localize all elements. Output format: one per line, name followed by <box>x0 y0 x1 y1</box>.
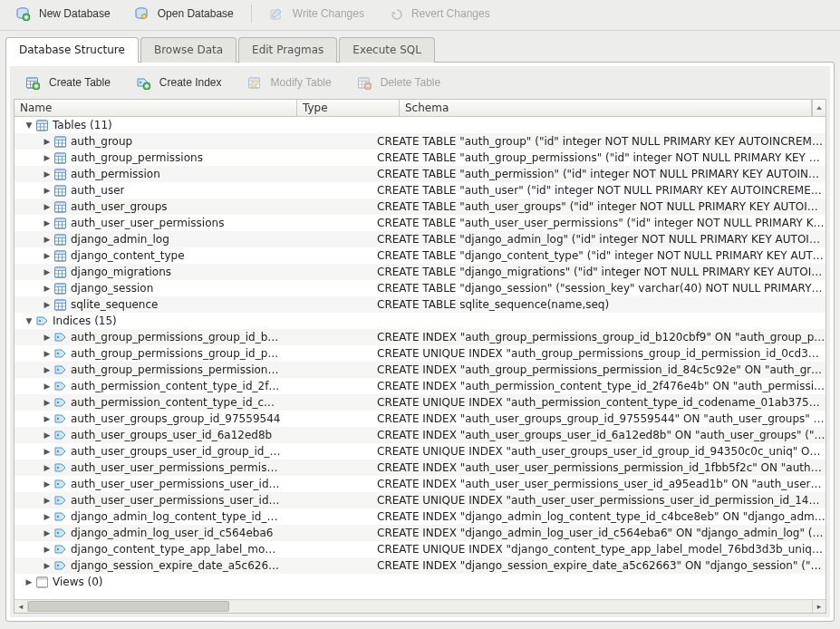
tree-item-row[interactable]: ▶ auth_user CREATE TABLE "auth_user" ("i… <box>14 182 826 198</box>
chevron-right-icon[interactable]: ▶ <box>42 300 53 309</box>
table-icon <box>53 135 67 148</box>
item-name: django_admin_log <box>71 233 169 246</box>
chevron-right-icon[interactable]: ▶ <box>42 496 53 505</box>
chevron-right-icon[interactable]: ▶ <box>42 479 53 489</box>
chevron-right-icon[interactable]: ▶ <box>42 235 53 244</box>
chevron-right-icon[interactable]: ▶ <box>42 218 53 227</box>
chevron-right-icon[interactable]: ▶ <box>42 267 53 276</box>
open-database-button[interactable]: Open Database <box>124 3 244 24</box>
chevron-right-icon[interactable]: ▶ <box>42 333 53 342</box>
chevron-right-icon[interactable]: ▶ <box>42 365 53 374</box>
tree-item-row[interactable]: ▶ auth_user_groups CREATE TABLE "auth_us… <box>14 198 826 215</box>
tree-item-row[interactable]: ▶ django_session CREATE TABLE "django_se… <box>14 280 826 296</box>
tree-item-row[interactable]: ▶ auth_group CREATE TABLE "auth_group" (… <box>14 133 826 150</box>
tree-item-row[interactable]: ▶ auth_user_user_permissions_user_id… CR… <box>14 492 826 508</box>
tree-item-row[interactable]: ▶ django_admin_log_content_type_id_… CRE… <box>14 508 826 525</box>
scroll-right-icon[interactable]: ▸ <box>812 600 826 613</box>
tree-item-row[interactable]: ▶ auth_user_groups_user_id_6a12ed8b CREA… <box>14 427 826 443</box>
chevron-right-icon[interactable]: ▶ <box>42 382 53 391</box>
tab-execute-sql[interactable]: Execute SQL <box>339 37 435 63</box>
tree-item-row[interactable]: ▶ auth_group_permissions_group_id_p… CRE… <box>14 345 826 362</box>
item-name: auth_group_permissions_permission… <box>71 363 278 376</box>
chevron-right-icon[interactable]: ▶ <box>42 398 53 407</box>
tree-item-row[interactable]: ▶ auth_user_groups_user_id_group_id_… CR… <box>14 443 826 460</box>
chevron-right-icon[interactable]: ▶ <box>42 349 53 358</box>
tab-edit-pragmas[interactable]: Edit Pragmas <box>238 37 337 63</box>
table-icon <box>53 233 67 246</box>
tab-database-structure[interactable]: Database Structure <box>5 37 139 63</box>
chevron-down-icon[interactable]: ▼ <box>24 316 34 325</box>
scroll-up-icon[interactable] <box>812 100 826 116</box>
chevron-down-icon[interactable]: ▼ <box>24 121 34 130</box>
tree-item-row[interactable]: ▶ auth_user_user_permissions_permis… CRE… <box>14 460 826 476</box>
tree-group-row[interactable]: ▼ Tables (11) <box>14 117 826 133</box>
item-schema: CREATE TABLE "auth_group_permissions" ("… <box>377 151 826 164</box>
chevron-right-icon[interactable]: ▶ <box>42 414 53 423</box>
tree-item-row[interactable]: ▶ auth_user_user_permissions CREATE TABL… <box>14 215 826 231</box>
column-header-schema[interactable]: Schema <box>400 100 812 116</box>
index-icon <box>53 478 67 490</box>
chevron-right-icon[interactable]: ▶ <box>42 561 53 570</box>
tree-item-row[interactable]: ▶ sqlite_sequence CREATE TABLE sqlite_se… <box>14 296 826 313</box>
index-group-icon <box>34 314 49 327</box>
new-database-label: New Database <box>39 7 111 20</box>
tree-item-row[interactable]: ▶ auth_permission_content_type_id_c… CRE… <box>14 394 826 411</box>
chevron-right-icon[interactable]: ▶ <box>42 545 53 554</box>
chevron-right-icon[interactable]: ▶ <box>42 186 53 195</box>
chevron-right-icon[interactable]: ▶ <box>42 528 53 537</box>
tree-item-row[interactable]: ▶ django_session_expire_date_a5c626… CRE… <box>14 557 826 574</box>
tree-item-row[interactable]: ▶ auth_permission_content_type_id_2f… CR… <box>14 378 826 394</box>
tree-item-row[interactable]: ▶ auth_user_groups_group_id_97559544 CRE… <box>14 411 826 427</box>
tree-item-row[interactable]: ▶ auth_group_permissions CREATE TABLE "a… <box>14 150 826 166</box>
write-icon <box>269 7 284 20</box>
horizontal-scrollbar[interactable]: ◂ ▸ <box>14 599 826 613</box>
scrollbar-thumb[interactable] <box>28 601 229 612</box>
tree-item-row[interactable]: ▶ auth_group_permissions_permission… CRE… <box>14 362 826 378</box>
create-table-button[interactable]: Create Table <box>15 72 121 93</box>
chevron-right-icon[interactable]: ▶ <box>42 137 53 146</box>
tab-browse-data[interactable]: Browse Data <box>140 37 237 63</box>
chevron-right-icon[interactable]: ▶ <box>42 169 53 179</box>
item-name: auth_permission_content_type_id_2f… <box>71 380 279 392</box>
tree-item-row[interactable]: ▶ django_admin_log_user_id_c564eba6 CREA… <box>14 525 826 541</box>
tree-item-row[interactable]: ▶ auth_user_user_permissions_user_id… CR… <box>14 476 826 492</box>
table-icon <box>53 282 67 295</box>
chevron-right-icon[interactable]: ▶ <box>42 202 53 211</box>
tree-item-row[interactable]: ▶ django_admin_log CREATE TABLE "django_… <box>14 231 826 247</box>
chevron-right-icon[interactable]: ▶ <box>42 251 53 260</box>
group-label: Indices (15) <box>53 314 117 327</box>
tree-item-row[interactable]: ▶ django_migrations CREATE TABLE "django… <box>14 264 826 280</box>
chevron-right-icon[interactable]: ▶ <box>42 512 53 521</box>
tree-item-row[interactable]: ▶ django_content_type CREATE TABLE "djan… <box>14 247 826 264</box>
chevron-right-icon[interactable]: ▶ <box>24 577 34 586</box>
tree-group-row[interactable]: ▼ Indices (15) <box>14 313 826 329</box>
create-index-button[interactable]: Create Index <box>126 72 232 93</box>
tree-item-row[interactable]: ▶ auth_permission CREATE TABLE "auth_per… <box>14 166 826 182</box>
group-label: Views (0) <box>53 576 103 588</box>
chevron-right-icon[interactable]: ▶ <box>42 153 53 162</box>
item-schema: CREATE INDEX "django_admin_log_user_id_c… <box>377 527 826 539</box>
item-name: auth_group_permissions_group_id_b… <box>71 331 278 344</box>
item-name: auth_user_user_permissions_permis… <box>71 461 277 474</box>
item-name: django_admin_log_user_id_c564eba6 <box>71 527 273 539</box>
tree-item-row[interactable]: ▶ django_content_type_app_label_mo… CREA… <box>14 541 826 557</box>
scroll-left-icon[interactable]: ◂ <box>14 600 28 613</box>
item-name: auth_user_user_permissions_user_id… <box>71 478 280 490</box>
chevron-right-icon[interactable]: ▶ <box>42 447 53 456</box>
tree-group-row[interactable]: ▶ Views (0) <box>14 574 826 590</box>
column-header-name[interactable]: Name <box>14 100 297 116</box>
chevron-right-icon[interactable]: ▶ <box>42 463 53 472</box>
table-delete-icon <box>357 76 372 89</box>
chevron-right-icon[interactable]: ▶ <box>42 284 53 293</box>
item-name: sqlite_sequence <box>71 298 158 311</box>
item-name: django_content_type_app_label_mo… <box>71 543 275 556</box>
new-database-button[interactable]: New Database <box>5 3 121 24</box>
index-icon <box>53 527 67 539</box>
revert-changes-button: Revert Changes <box>378 3 500 24</box>
scrollbar-track[interactable] <box>28 600 812 613</box>
column-header-type[interactable]: Type <box>297 100 400 116</box>
item-schema: CREATE INDEX "auth_user_groups_group_id_… <box>377 412 826 425</box>
revert-changes-label: Revert Changes <box>411 7 490 20</box>
chevron-right-icon[interactable]: ▶ <box>42 431 53 440</box>
tree-item-row[interactable]: ▶ auth_group_permissions_group_id_b… CRE… <box>14 329 826 345</box>
